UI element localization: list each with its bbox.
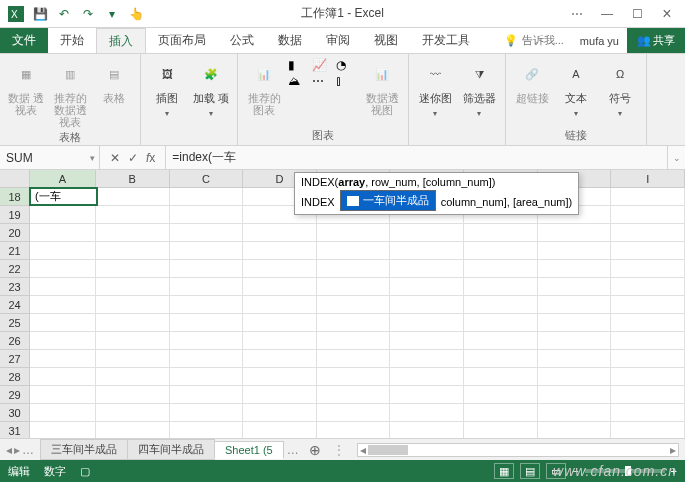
cell[interactable] [611,224,685,241]
cell[interactable] [390,260,464,277]
column-header[interactable]: B [96,170,170,187]
cell[interactable] [170,332,244,349]
cells-area[interactable] [30,188,685,438]
scroll-thumb[interactable] [368,445,408,455]
cell[interactable] [390,422,464,438]
pivot-chart-button[interactable]: 📊数据透视图 [362,58,402,116]
cell[interactable] [243,404,317,421]
ribbon-options-icon[interactable]: ⋯ [563,4,591,24]
cell[interactable] [96,332,170,349]
cell[interactable] [170,242,244,259]
cell[interactable] [96,260,170,277]
cell[interactable] [464,278,538,295]
cell[interactable] [317,314,391,331]
cell[interactable] [464,368,538,385]
cell[interactable] [464,314,538,331]
qat-customize-icon[interactable]: ▾ [104,6,120,22]
formula-input[interactable]: =index(一车 [166,146,667,169]
cell[interactable] [538,314,612,331]
cell[interactable] [170,368,244,385]
cell[interactable] [317,242,391,259]
cell[interactable] [390,278,464,295]
cell[interactable] [538,368,612,385]
share-button[interactable]: 👥共享 [627,28,685,53]
cell[interactable] [464,260,538,277]
cell[interactable] [243,422,317,438]
row-header[interactable]: 23 [0,278,29,296]
cell[interactable] [317,368,391,385]
area-chart-icon[interactable]: ⛰ [288,74,310,88]
cell[interactable] [317,404,391,421]
enter-icon[interactable]: ✓ [128,151,138,165]
cell[interactable] [170,278,244,295]
symbol-button[interactable]: Ω符号 [600,58,640,119]
cell[interactable] [611,260,685,277]
cell[interactable] [390,296,464,313]
recommended-pivot-button[interactable]: ▥推荐的 数据透视表 [50,58,90,128]
cell[interactable] [243,278,317,295]
cell[interactable] [96,386,170,403]
prev-sheet-icon[interactable]: ◂ [6,443,12,457]
picture-button[interactable]: 🖼插图 [147,58,187,119]
cell[interactable] [170,386,244,403]
tab-data[interactable]: 数据 [266,28,314,53]
cell[interactable] [170,188,244,205]
cell[interactable] [611,422,685,438]
autocomplete-item[interactable]: 一车间半成品 [341,191,435,210]
cell[interactable] [611,278,685,295]
tab-formula[interactable]: 公式 [218,28,266,53]
scroll-left-icon[interactable]: ◂ [360,443,366,457]
cell[interactable] [243,296,317,313]
sparkline-button[interactable]: 〰迷你图 [415,58,455,119]
expand-formula-icon[interactable]: ⌄ [667,146,685,169]
row-header[interactable]: 27 [0,350,29,368]
cell[interactable] [317,422,391,438]
stock-chart-icon[interactable]: ⫿ [336,74,358,88]
cell[interactable] [96,314,170,331]
cell[interactable] [30,296,96,313]
recommended-charts-button[interactable]: 📊推荐的 图表 [244,58,284,116]
tab-layout[interactable]: 页面布局 [146,28,218,53]
cell[interactable] [96,188,170,205]
cell[interactable] [30,224,96,241]
cell[interactable] [30,314,96,331]
cell[interactable] [538,224,612,241]
cell[interactable] [611,206,685,223]
zoom-thumb[interactable] [625,466,631,476]
cell[interactable] [170,260,244,277]
cell[interactable] [30,332,96,349]
cell[interactable] [96,350,170,367]
zoom-out-icon[interactable]: − [572,465,578,477]
worksheet-grid[interactable]: ABCDEFGHI 1819202122232425262728293031 (… [0,170,685,438]
cell[interactable] [243,350,317,367]
cell[interactable] [243,260,317,277]
undo-icon[interactable]: ↶ [56,6,72,22]
cell[interactable] [243,332,317,349]
line-chart-icon[interactable]: 📈 [312,58,334,72]
pivot-table-button[interactable]: ▦数据 透视表 [6,58,46,116]
table-button[interactable]: ▤表格 [94,58,134,104]
cell[interactable] [243,224,317,241]
cell[interactable] [317,260,391,277]
minimize-button[interactable]: — [593,4,621,24]
cell[interactable] [390,224,464,241]
cell[interactable] [464,224,538,241]
addins-button[interactable]: 🧩加载 项 [191,58,231,119]
row-header[interactable]: 19 [0,206,29,224]
cell[interactable] [170,296,244,313]
column-header[interactable]: C [170,170,244,187]
cell[interactable] [464,350,538,367]
cell[interactable] [317,332,391,349]
horizontal-scrollbar[interactable]: ◂ ▸ [357,443,679,457]
cell[interactable] [96,242,170,259]
tab-insert[interactable]: 插入 [96,28,146,53]
cell[interactable] [390,386,464,403]
row-header[interactable]: 30 [0,404,29,422]
normal-view-icon[interactable]: ▦ [494,463,514,479]
more-sheets-icon[interactable]: … [283,443,303,457]
cell[interactable] [464,296,538,313]
zoom-in-icon[interactable]: + [671,465,677,477]
cell[interactable] [390,404,464,421]
cell[interactable] [611,296,685,313]
cell[interactable] [390,350,464,367]
